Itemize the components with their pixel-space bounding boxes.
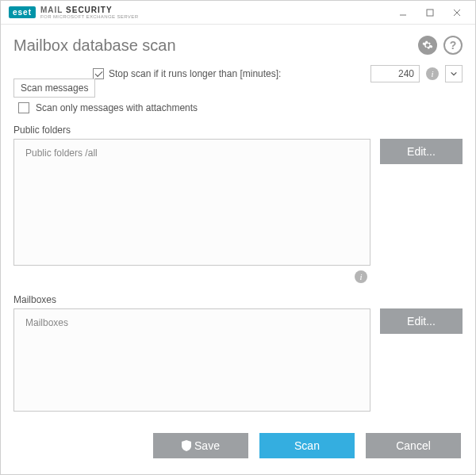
attachments-only-label: Scan only messages with attachments xyxy=(36,102,198,113)
public-folders-edit-button[interactable]: Edit... xyxy=(380,139,463,164)
page-header: Mailbox database scan ? xyxy=(1,25,475,63)
close-button[interactable] xyxy=(443,3,470,22)
settings-button[interactable] xyxy=(418,36,437,55)
scan-button[interactable]: Scan xyxy=(259,433,355,458)
gear-icon xyxy=(422,40,433,51)
stop-scan-checkbox[interactable] xyxy=(93,68,104,79)
stop-scan-label: Stop scan if it runs longer than [minute… xyxy=(109,68,281,79)
cancel-button[interactable]: Cancel xyxy=(366,433,461,458)
app-window: eset MAIL SECURITY FOR MICROSOFT EXCHANG… xyxy=(0,0,476,475)
footer: Save Scan Cancel xyxy=(1,427,475,474)
scan-messages-tab[interactable]: Scan messages xyxy=(13,79,95,98)
mailboxes-label: Mailboxes xyxy=(13,294,463,305)
stop-scan-minutes-input[interactable] xyxy=(370,65,420,82)
question-icon: ? xyxy=(450,39,457,52)
list-item: Mailboxes xyxy=(25,317,359,328)
maximize-button[interactable] xyxy=(416,3,443,22)
titlebar: eset MAIL SECURITY FOR MICROSOFT EXCHANG… xyxy=(1,1,475,25)
page-title: Mailbox database scan xyxy=(13,36,176,55)
expand-dropdown[interactable] xyxy=(445,65,463,82)
mailboxes-edit-button[interactable]: Edit... xyxy=(380,308,463,334)
public-folders-listbox[interactable]: Public folders /all xyxy=(13,139,370,266)
content-area: Scan messages Stop scan if it runs longe… xyxy=(1,63,475,427)
brand-logo: eset MAIL SECURITY FOR MICROSOFT EXCHANG… xyxy=(9,6,138,19)
brand-badge: eset xyxy=(9,6,36,18)
minimize-button[interactable] xyxy=(390,3,416,22)
chevron-down-icon xyxy=(450,70,458,78)
product-name: MAIL SECURITY FOR MICROSOFT EXCHANGE SER… xyxy=(40,6,138,19)
mailboxes-listbox[interactable]: Mailboxes xyxy=(13,308,370,412)
public-folders-label: Public folders xyxy=(13,124,463,136)
svg-rect-1 xyxy=(427,10,433,16)
help-button[interactable]: ? xyxy=(443,36,463,55)
attachments-only-checkbox[interactable] xyxy=(18,102,29,113)
list-item: Public folders /all xyxy=(25,147,359,159)
shield-icon xyxy=(182,440,191,451)
info-icon[interactable]: i xyxy=(426,67,439,80)
save-button[interactable]: Save xyxy=(153,433,248,458)
info-icon[interactable]: i xyxy=(355,270,367,283)
